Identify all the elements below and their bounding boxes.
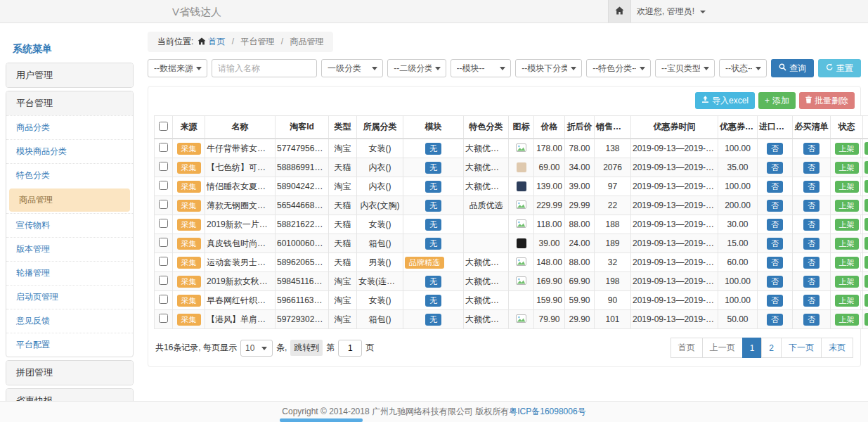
import-select-toggle[interactable]: 否 <box>767 181 783 193</box>
sidebar-item-用户管理[interactable]: 用户管理 <box>6 63 133 87</box>
filter-select-input-2[interactable]: --模块-- <box>451 59 512 77</box>
import-excel-button[interactable]: 导入excel <box>695 92 755 109</box>
filter-select-3[interactable]: --模块下分类-- <box>515 59 582 77</box>
import-select-toggle[interactable]: 否 <box>767 162 783 174</box>
row-checkbox[interactable] <box>159 295 168 304</box>
import-select-toggle[interactable]: 否 <box>767 200 783 212</box>
data-source-select-input[interactable]: --数据来源-- <box>148 59 207 77</box>
query-button[interactable]: 查询 <box>771 59 814 77</box>
page-button-首页[interactable]: 首页 <box>671 338 703 358</box>
sidebar-item-平台管理[interactable]: 平台管理 <box>6 91 133 115</box>
import-select-toggle[interactable]: 否 <box>767 314 783 326</box>
must-buy-toggle[interactable]: 否 <box>803 295 820 307</box>
status-toggle[interactable]: 上架 <box>835 314 859 326</box>
must-buy-toggle[interactable]: 否 <box>803 314 820 326</box>
status-toggle[interactable]: 上架 <box>835 200 859 212</box>
module-badge[interactable]: 无 <box>425 276 441 288</box>
module-badge[interactable]: 无 <box>425 143 441 155</box>
edit-button[interactable] <box>864 237 868 250</box>
edit-button[interactable] <box>864 218 868 231</box>
must-buy-toggle[interactable]: 否 <box>803 238 820 250</box>
sidebar-subitem-商品分类[interactable]: 商品分类 <box>6 115 133 139</box>
sidebar-subitem-宣传物料[interactable]: 宣传物料 <box>6 213 133 237</box>
jump-button[interactable]: 跳转到 <box>290 340 323 356</box>
sidebar-subitem-商品管理[interactable]: 商品管理 <box>9 188 130 212</box>
icp-link[interactable]: 粤ICP备16098006号 <box>509 407 585 416</box>
edit-button[interactable] <box>864 313 868 326</box>
must-buy-toggle[interactable]: 否 <box>803 200 820 212</box>
horizontal-scrollbar-thumb[interactable] <box>280 418 363 422</box>
must-buy-toggle[interactable]: 否 <box>803 143 820 155</box>
sidebar-subitem-平台配置[interactable]: 平台配置 <box>6 333 133 357</box>
jump-page-input[interactable] <box>338 340 362 357</box>
batch-delete-button[interactable]: 批量删除 <box>799 92 855 109</box>
row-checkbox[interactable] <box>159 314 168 323</box>
module-badge[interactable]: 无 <box>425 238 441 250</box>
add-button[interactable]: + 添加 <box>758 92 796 109</box>
status-toggle[interactable]: 上架 <box>835 257 859 269</box>
edit-button[interactable] <box>864 180 868 193</box>
row-checkbox[interactable] <box>159 257 168 266</box>
import-select-toggle[interactable]: 否 <box>767 295 783 307</box>
row-checkbox[interactable] <box>159 219 168 228</box>
status-toggle[interactable]: 上架 <box>835 238 859 250</box>
filter-select-2[interactable]: --模块-- <box>451 59 512 77</box>
status-toggle[interactable]: 上架 <box>835 295 859 307</box>
must-buy-toggle[interactable]: 否 <box>803 181 820 193</box>
sidebar-item-省惠快报[interactable]: 省惠快报 <box>6 389 133 401</box>
user-menu[interactable]: 欢迎您, 管理员! <box>637 0 706 23</box>
filter-select-input-4[interactable]: --特色分类-- <box>586 59 651 77</box>
filter-select-input-6[interactable]: --状态-- <box>719 59 767 77</box>
filter-select-5[interactable]: --宝贝类型-- <box>655 59 715 77</box>
filter-select-0[interactable]: 一级分类 <box>321 59 383 77</box>
page-button-下一页[interactable]: 下一页 <box>781 338 822 358</box>
import-select-toggle[interactable]: 否 <box>767 219 783 231</box>
edit-button[interactable] <box>864 275 868 288</box>
filter-select-input-1[interactable]: --二级分类-- <box>387 59 446 77</box>
row-checkbox[interactable] <box>159 276 168 285</box>
edit-button[interactable] <box>864 142 868 155</box>
edit-button[interactable] <box>864 161 868 174</box>
page-button-1[interactable]: 1 <box>742 338 763 358</box>
sidebar-subitem-意见反馈[interactable]: 意见反馈 <box>6 309 133 333</box>
module-badge[interactable]: 品牌精选 <box>405 257 444 269</box>
row-checkbox[interactable] <box>159 162 168 171</box>
import-select-toggle[interactable]: 否 <box>767 238 783 250</box>
status-toggle[interactable]: 上架 <box>835 219 859 231</box>
home-button[interactable] <box>608 0 631 23</box>
filter-select-4[interactable]: --特色分类-- <box>586 59 651 77</box>
module-badge[interactable]: 无 <box>425 219 441 231</box>
filter-select-1[interactable]: --二级分类-- <box>387 59 446 77</box>
module-badge[interactable]: 无 <box>425 295 441 307</box>
page-button-末页[interactable]: 末页 <box>821 338 853 358</box>
status-toggle[interactable]: 上架 <box>835 162 859 174</box>
filter-select-input-0[interactable]: 一级分类 <box>321 59 383 77</box>
sidebar-subitem-轮播管理[interactable]: 轮播管理 <box>6 261 133 285</box>
sidebar-subitem-模块商品分类[interactable]: 模块商品分类 <box>6 139 133 163</box>
data-source-select[interactable]: --数据来源-- <box>148 59 207 77</box>
sidebar-subitem-版本管理[interactable]: 版本管理 <box>6 237 133 261</box>
row-checkbox[interactable] <box>159 200 168 209</box>
import-select-toggle[interactable]: 否 <box>767 276 783 288</box>
edit-button[interactable] <box>864 199 868 212</box>
row-checkbox[interactable] <box>159 143 168 152</box>
import-select-toggle[interactable]: 否 <box>767 257 783 269</box>
module-badge[interactable]: 无 <box>425 181 441 193</box>
must-buy-toggle[interactable]: 否 <box>803 276 820 288</box>
must-buy-toggle[interactable]: 否 <box>803 219 820 231</box>
filter-select-input-3[interactable]: --模块下分类-- <box>515 59 582 77</box>
page-button-2[interactable]: 2 <box>761 338 782 358</box>
page-size-select-input[interactable]: 10 <box>240 340 273 357</box>
edit-button[interactable] <box>864 256 868 269</box>
status-toggle[interactable]: 上架 <box>835 143 859 155</box>
page-size-select[interactable]: 10 <box>240 340 273 357</box>
name-search-input[interactable] <box>212 59 317 77</box>
edit-button[interactable] <box>864 294 868 307</box>
status-toggle[interactable]: 上架 <box>835 276 859 288</box>
page-button-上一页[interactable]: 上一页 <box>702 338 743 358</box>
import-select-toggle[interactable]: 否 <box>767 143 783 155</box>
row-checkbox[interactable] <box>159 181 168 190</box>
row-checkbox[interactable] <box>159 238 168 247</box>
reset-button[interactable]: 重置 <box>818 59 861 77</box>
module-badge[interactable]: 无 <box>425 162 441 174</box>
